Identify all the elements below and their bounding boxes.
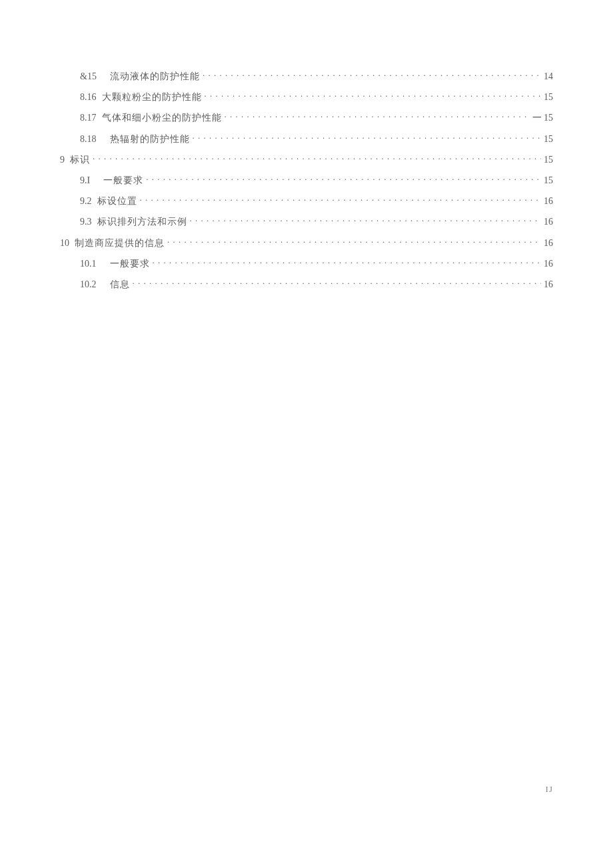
toc-entry-title: 一般要求 (103, 175, 143, 187)
toc-entry-title: 标识 (70, 154, 90, 166)
toc-leader-dots (205, 91, 542, 100)
toc-entry: 10.2信息16 (60, 278, 553, 291)
toc-entry-page: 16 (544, 216, 553, 228)
toc-entry-number: 9.2 (80, 195, 92, 207)
toc-entry-page: 15 (544, 175, 553, 187)
toc-entry-title: 热辐射的防护性能 (110, 133, 190, 145)
toc-entry-number: 10.2 (80, 279, 97, 291)
toc-entry-page: 16 (544, 279, 553, 291)
toc-entry-title: 大颗粒粉尘的防护性能 (102, 91, 202, 103)
toc-entry: 9.I一般要求15 (60, 174, 553, 187)
toc-leader-dots (93, 153, 541, 163)
toc-entry-page: 一 15 (532, 112, 554, 124)
toc-leader-dots (225, 111, 530, 121)
toc-entry-number: 8.16 (80, 91, 97, 103)
page-number-label: IJ (546, 784, 553, 795)
toc-entry: &15流动液体的防护性能14 (60, 70, 553, 83)
toc-entry: 9.2标设位置16 (60, 195, 553, 207)
toc-entry: 8.16大颗粒粉尘的防护性能15 (60, 91, 553, 103)
toc-entry-page: 15 (544, 91, 553, 103)
toc-leader-dots (193, 133, 542, 142)
toc-entry-number: 8.18 (80, 133, 97, 145)
toc-entry-page: 16 (544, 237, 553, 249)
toc-entry-number: 8.17 (80, 112, 97, 124)
toc-entry: 10.1一般要求16 (60, 257, 553, 270)
toc-entry-number: 9.I (80, 175, 90, 187)
toc-entry-page: 16 (544, 258, 553, 270)
toc-leader-dots (167, 237, 541, 246)
toc-leader-dots (203, 70, 541, 79)
toc-entry-title: 制造商应提供的信息 (75, 237, 165, 249)
toc-entry-title: 标识排列方法和示例 (97, 216, 187, 228)
toc-entry-number: 9 (60, 154, 65, 166)
toc-entry-number: 10.1 (80, 258, 97, 270)
toc-entry-page: 15 (544, 133, 553, 145)
toc-entry-number: 9.3 (80, 216, 92, 228)
toc-entry-title: 标设位置 (97, 195, 137, 207)
toc-entry: 9标识15 (60, 153, 553, 166)
toc-entry: 8.17气体和细小粉尘的防护性能一 15 (60, 111, 553, 124)
toc-entry-title: 一般要求 (110, 258, 150, 270)
toc-entry-title: 气体和细小粉尘的防护性能 (102, 112, 222, 124)
toc-leader-dots (153, 257, 542, 267)
toc-leader-dots (190, 215, 542, 225)
toc-entry-page: 15 (544, 154, 553, 166)
toc-entry-page: 14 (544, 71, 553, 83)
toc-entry-page: 16 (544, 195, 553, 207)
toc-entry: 9.3标识排列方法和示例16 (60, 215, 553, 228)
toc-entry: 8.18热辐射的防护性能15 (60, 133, 553, 145)
toc-leader-dots (140, 195, 542, 204)
toc-entry-title: 流动液体的防护性能 (110, 71, 200, 83)
toc-leader-dots (133, 278, 542, 287)
toc-entry-title: 信息 (110, 279, 130, 291)
toc-leader-dots (146, 174, 541, 183)
toc-entry-number: &15 (80, 71, 97, 83)
toc-entry: 10制造商应提供的信息16 (60, 237, 553, 249)
toc-entry-number: 10 (60, 237, 69, 249)
table-of-contents: &15流动液体的防护性能148.16大颗粒粉尘的防护性能158.17气体和细小粉… (60, 70, 553, 291)
